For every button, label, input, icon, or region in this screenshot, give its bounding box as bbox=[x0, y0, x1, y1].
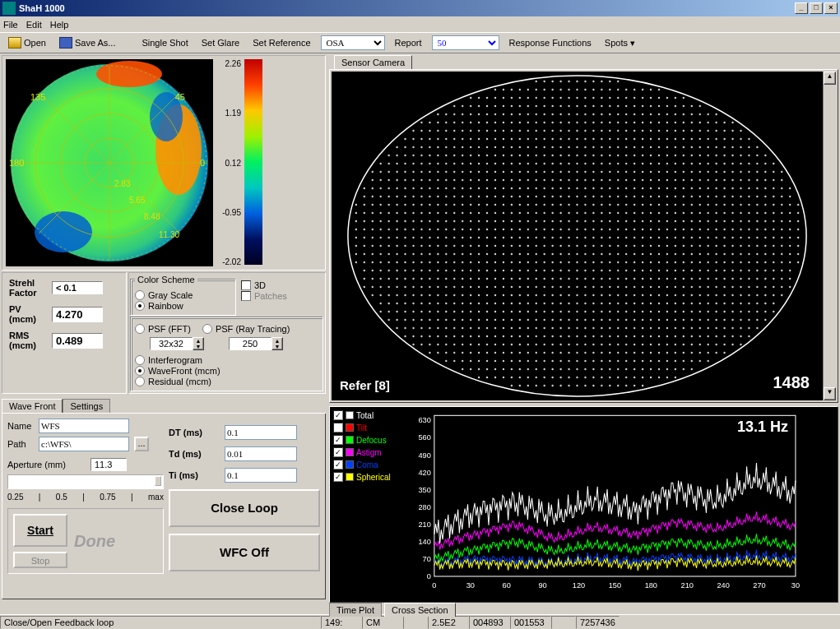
legend-total[interactable]: Total bbox=[333, 410, 397, 420]
close-button[interactable]: × bbox=[824, 2, 838, 14]
reference-select[interactable]: OSA bbox=[321, 35, 385, 50]
legend-tilt[interactable]: Tilt bbox=[333, 423, 397, 432]
close-loop-button[interactable]: Close Loop bbox=[169, 489, 320, 527]
aperture-slider[interactable] bbox=[7, 474, 164, 489]
svg-point-1552 bbox=[559, 352, 561, 354]
svg-point-429 bbox=[576, 171, 578, 173]
svg-point-1397 bbox=[691, 319, 693, 321]
radio-wavefront[interactable]: WaveFront (mcm) bbox=[135, 366, 319, 376]
radio-residual[interactable]: Residual (mcm) bbox=[135, 377, 319, 386]
report-button[interactable]: Report bbox=[392, 36, 425, 49]
maximize-button[interactable]: □ bbox=[810, 2, 823, 14]
svg-point-119 bbox=[551, 113, 553, 115]
svg-point-1590 bbox=[584, 360, 586, 362]
set-glare-button[interactable]: Set Glare bbox=[198, 36, 243, 49]
saveas-button[interactable]: Save As... bbox=[56, 35, 119, 50]
svg-point-1308 bbox=[756, 303, 758, 304]
tab-time-plot[interactable]: Time Plot bbox=[329, 603, 382, 617]
tab-sensor-camera[interactable]: Sensor Camera bbox=[334, 55, 412, 69]
scroll-down[interactable]: ▼ bbox=[824, 387, 836, 400]
svg-point-1020 bbox=[544, 261, 545, 263]
stop-button[interactable]: Stop bbox=[13, 552, 67, 568]
svg-point-1068 bbox=[494, 270, 496, 271]
svg-point-77 bbox=[478, 105, 480, 107]
svg-point-493 bbox=[683, 179, 685, 181]
legend-coma[interactable]: Coma bbox=[333, 460, 397, 469]
tab-wavefront[interactable]: Wave Front bbox=[2, 399, 63, 413]
svg-point-634 bbox=[536, 204, 537, 206]
tab-cross-section[interactable]: Cross Section bbox=[384, 603, 455, 617]
open-button[interactable]: Open bbox=[5, 35, 49, 50]
svg-point-848 bbox=[486, 237, 488, 238]
svg-point-700 bbox=[625, 212, 627, 214]
legend-spherical[interactable]: Spherical bbox=[333, 472, 397, 482]
report-value-select[interactable]: 50 bbox=[432, 35, 499, 50]
set-reference-button[interactable]: Set Reference bbox=[249, 36, 313, 49]
svg-point-925 bbox=[666, 245, 668, 247]
svg-point-181 bbox=[429, 130, 430, 132]
svg-point-47 bbox=[470, 97, 471, 99]
radio-rainbow[interactable]: Rainbow bbox=[135, 301, 232, 311]
svg-point-1015 bbox=[503, 261, 504, 263]
path-input[interactable] bbox=[39, 437, 129, 451]
svg-point-1637 bbox=[494, 377, 496, 378]
tab-settings[interactable]: Settings bbox=[63, 399, 110, 413]
svg-point-964 bbox=[536, 253, 537, 255]
svg-point-817 bbox=[683, 229, 685, 230]
svg-point-1399 bbox=[708, 319, 709, 321]
svg-point-1081 bbox=[601, 270, 602, 271]
browse-button[interactable]: ... bbox=[134, 437, 149, 451]
svg-point-1240 bbox=[609, 294, 610, 296]
minimize-button[interactable]: _ bbox=[795, 2, 808, 14]
save-icon bbox=[59, 37, 72, 49]
svg-point-448 bbox=[731, 171, 733, 173]
spots-button[interactable]: Spots ▾ bbox=[601, 36, 638, 50]
svg-point-73 bbox=[683, 97, 685, 99]
response-functions-button[interactable]: Response Functions bbox=[506, 36, 595, 49]
svg-point-1614 bbox=[527, 368, 529, 370]
single-shot-button[interactable]: Single Shot bbox=[138, 36, 191, 49]
td-input[interactable] bbox=[225, 446, 297, 461]
ti-input[interactable] bbox=[225, 468, 297, 483]
wfc-off-button[interactable]: WFC Off bbox=[169, 534, 320, 571]
svg-point-1480 bbox=[633, 335, 635, 337]
svg-point-916 bbox=[592, 245, 594, 247]
svg-point-273 bbox=[478, 146, 480, 148]
scroll-up[interactable]: ▲ bbox=[824, 72, 836, 85]
radio-psf-fft[interactable]: PSF (FFT) bbox=[135, 324, 191, 334]
path-label: Path bbox=[7, 439, 34, 449]
svg-point-1571 bbox=[715, 352, 717, 354]
svg-point-197 bbox=[559, 130, 561, 132]
radio-interferogram[interactable]: Interferogram bbox=[135, 355, 319, 365]
svg-point-1616 bbox=[544, 368, 545, 370]
legend-astigm[interactable]: Astigm bbox=[333, 447, 397, 457]
psf-fft-spinner[interactable]: ▲▼ bbox=[193, 337, 204, 350]
name-input[interactable] bbox=[39, 419, 129, 433]
check-3d[interactable]: 3D bbox=[241, 280, 287, 290]
menu-help[interactable]: Help bbox=[50, 20, 69, 30]
svg-point-594 bbox=[650, 196, 652, 197]
legend-defocus[interactable]: Defocus bbox=[333, 435, 397, 445]
svg-point-1494 bbox=[748, 335, 750, 337]
menu-edit[interactable]: Edit bbox=[26, 20, 42, 30]
svg-point-762 bbox=[683, 220, 685, 222]
svg-point-449 bbox=[740, 171, 741, 173]
svg-point-413 bbox=[445, 171, 447, 173]
svg-point-932 bbox=[723, 245, 725, 247]
svg-point-568 bbox=[437, 196, 439, 197]
radio-grayscale[interactable]: Gray Scale bbox=[135, 290, 232, 300]
psf-ray-spinner[interactable]: ▲▼ bbox=[271, 337, 283, 350]
radio-psf-ray[interactable]: PSF (Ray Tracing) bbox=[202, 324, 290, 334]
dt-input[interactable] bbox=[225, 425, 297, 440]
psf-ray-value[interactable]: 250 bbox=[229, 337, 271, 350]
svg-point-577 bbox=[511, 196, 513, 197]
svg-point-1328 bbox=[519, 311, 521, 312]
start-button[interactable]: Start bbox=[13, 514, 67, 547]
svg-point-1378 bbox=[536, 319, 537, 321]
svg-point-282 bbox=[551, 146, 553, 148]
psf-fft-value[interactable]: 32x32 bbox=[150, 337, 193, 350]
svg-point-1332 bbox=[551, 311, 553, 312]
svg-point-1194 bbox=[658, 286, 660, 288]
svg-point-1095 bbox=[715, 270, 717, 271]
menu-file[interactable]: File bbox=[3, 20, 18, 30]
